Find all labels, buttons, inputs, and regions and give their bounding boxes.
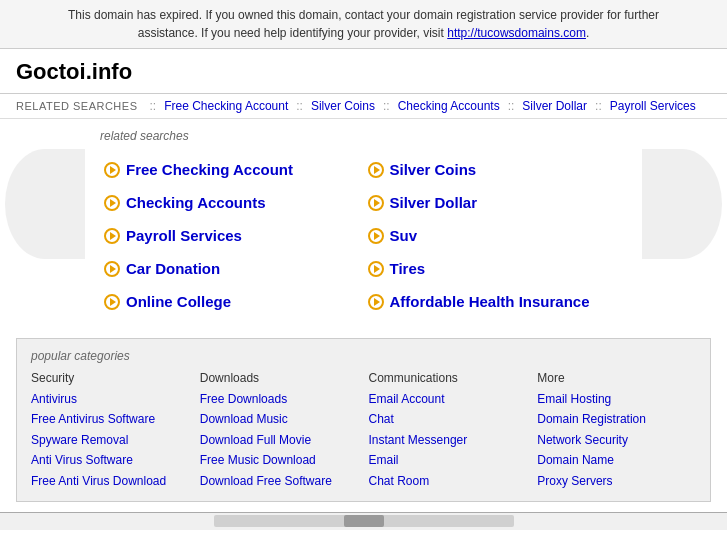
arrow-icon: [368, 294, 384, 310]
search-link[interactable]: Silver Coins: [390, 161, 477, 178]
search-item-left-4: Online College: [100, 285, 364, 318]
search-grid: Free Checking Account Silver Coins Check…: [100, 153, 627, 318]
svg-marker-13: [110, 265, 116, 273]
category-link-0-3[interactable]: Anti Virus Software: [31, 450, 190, 470]
search-link[interactable]: Silver Dollar: [390, 194, 478, 211]
category-link-0-1[interactable]: Free Antivirus Software: [31, 409, 190, 429]
category-link-2-3[interactable]: Email: [369, 450, 528, 470]
arrow-icon: [104, 228, 120, 244]
related-searches-bar: RELATED SEARCHES :: Free Checking Accoun…: [0, 94, 727, 119]
search-item-left-0: Free Checking Account: [100, 153, 364, 186]
svg-marker-1: [110, 166, 116, 174]
related-bar-link-1[interactable]: Silver Coins: [311, 99, 375, 113]
category-link-2-0[interactable]: Email Account: [369, 389, 528, 409]
arrow-icon: [104, 261, 120, 277]
related-bar-link-4[interactable]: Payroll Services: [610, 99, 696, 113]
search-link[interactable]: Free Checking Account: [126, 161, 293, 178]
category-link-2-1[interactable]: Chat: [369, 409, 528, 429]
category-link-3-4[interactable]: Proxy Servers: [537, 471, 696, 491]
category-link-0-0[interactable]: Antivirus: [31, 389, 190, 409]
category-link-1-2[interactable]: Download Full Movie: [200, 430, 359, 450]
category-col-title-1: Downloads: [200, 371, 359, 385]
search-item-left-3: Car Donation: [100, 252, 364, 285]
svg-marker-5: [110, 199, 116, 207]
category-col-2: CommunicationsEmail AccountChatInstant M…: [369, 371, 528, 491]
search-link[interactable]: Car Donation: [126, 260, 220, 277]
svg-marker-9: [110, 232, 116, 240]
arrow-icon: [368, 228, 384, 244]
related-bar-link-0[interactable]: Free Checking Account: [164, 99, 288, 113]
categories-grid: SecurityAntivirusFree Antivirus Software…: [31, 371, 696, 491]
category-link-3-3[interactable]: Domain Name: [537, 450, 696, 470]
deco-right: [637, 129, 727, 318]
search-item-right-0: Silver Coins: [364, 153, 628, 186]
horizontal-scrollbar[interactable]: [214, 515, 514, 527]
svg-marker-15: [374, 265, 380, 273]
related-bar-link-3[interactable]: Silver Dollar: [522, 99, 587, 113]
arrow-icon: [368, 162, 384, 178]
svg-marker-19: [374, 298, 380, 306]
arrow-icon: [104, 294, 120, 310]
category-col-title-2: Communications: [369, 371, 528, 385]
category-link-1-0[interactable]: Free Downloads: [200, 389, 359, 409]
category-col-0: SecurityAntivirusFree Antivirus Software…: [31, 371, 190, 491]
search-item-right-2: Suv: [364, 219, 628, 252]
arrow-icon: [368, 195, 384, 211]
related-searches-label: related searches: [100, 129, 627, 143]
search-link[interactable]: Payroll Services: [126, 227, 242, 244]
site-title: Goctoi.info: [0, 49, 727, 94]
category-link-2-4[interactable]: Chat Room: [369, 471, 528, 491]
svg-marker-7: [374, 199, 380, 207]
arrow-icon: [368, 261, 384, 277]
deco-left: [0, 129, 90, 318]
search-item-right-3: Tires: [364, 252, 628, 285]
search-link[interactable]: Online College: [126, 293, 231, 310]
main-content: related searches Free Checking Account S…: [0, 119, 727, 328]
svg-marker-17: [110, 298, 116, 306]
popular-categories: popular categories SecurityAntivirusFree…: [16, 338, 711, 502]
category-link-2-2[interactable]: Instant Messenger: [369, 430, 528, 450]
category-col-1: DownloadsFree DownloadsDownload MusicDow…: [200, 371, 359, 491]
category-link-0-2[interactable]: Spyware Removal: [31, 430, 190, 450]
svg-marker-3: [374, 166, 380, 174]
search-link[interactable]: Suv: [390, 227, 418, 244]
search-link[interactable]: Tires: [390, 260, 426, 277]
search-item-right-4: Affordable Health Insurance: [364, 285, 628, 318]
arrow-icon: [104, 162, 120, 178]
search-results-container: related searches Free Checking Account S…: [90, 129, 637, 318]
category-col-title-3: More: [537, 371, 696, 385]
related-bar-label: RELATED SEARCHES: [16, 100, 138, 112]
search-item-left-1: Checking Accounts: [100, 186, 364, 219]
search-item-right-1: Silver Dollar: [364, 186, 628, 219]
category-link-3-2[interactable]: Network Security: [537, 430, 696, 450]
category-link-1-3[interactable]: Free Music Download: [200, 450, 359, 470]
category-link-0-4[interactable]: Free Anti Virus Download: [31, 471, 190, 491]
tucows-link[interactable]: http://tucowsdomains.com: [447, 26, 586, 40]
notification-bar: This domain has expired. If you owned th…: [0, 0, 727, 49]
search-link[interactable]: Affordable Health Insurance: [390, 293, 590, 310]
category-link-3-1[interactable]: Domain Registration: [537, 409, 696, 429]
search-item-left-2: Payroll Services: [100, 219, 364, 252]
category-link-1-1[interactable]: Download Music: [200, 409, 359, 429]
arrow-icon: [104, 195, 120, 211]
search-link[interactable]: Checking Accounts: [126, 194, 265, 211]
related-bar-link-2[interactable]: Checking Accounts: [398, 99, 500, 113]
bottom-scrollbar[interactable]: [0, 512, 727, 530]
svg-marker-11: [374, 232, 380, 240]
deco-circle-right: [642, 149, 722, 259]
category-col-3: MoreEmail HostingDomain RegistrationNetw…: [537, 371, 696, 491]
category-col-title-0: Security: [31, 371, 190, 385]
category-link-1-4[interactable]: Download Free Software: [200, 471, 359, 491]
popular-label: popular categories: [31, 349, 696, 363]
deco-circle-left: [5, 149, 85, 259]
scrollbar-thumb[interactable]: [344, 515, 384, 527]
category-link-3-0[interactable]: Email Hosting: [537, 389, 696, 409]
